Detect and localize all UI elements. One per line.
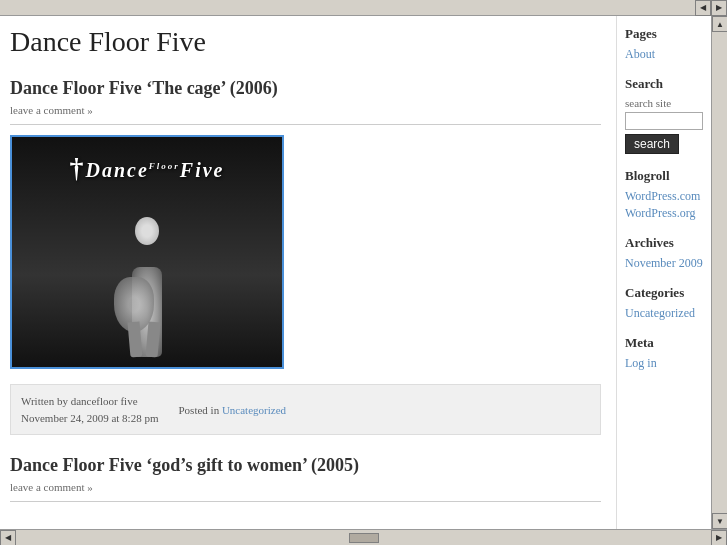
post-1-image: †DanceFloorFive	[12, 137, 282, 367]
sidebar-categories: Categories Uncategorized	[625, 285, 703, 321]
sidebar-login-link[interactable]: Log in	[625, 356, 703, 371]
sidebar-archives-title: Archives	[625, 235, 703, 251]
written-by-label: Written by	[21, 395, 68, 407]
scrollbar-track[interactable]	[712, 32, 727, 513]
hscroll-thumb[interactable]	[349, 533, 379, 543]
sidebar-meta: Meta Log in	[625, 335, 703, 371]
search-button[interactable]: search	[625, 134, 679, 154]
post-1-category-link[interactable]: Uncategorized	[222, 404, 286, 416]
sidebar-pages: Pages About	[625, 26, 703, 62]
band-logo-text: †DanceFloorFive	[70, 152, 225, 184]
post-1: Dance Floor Five ‘The cage’ (2006) leave…	[10, 78, 601, 435]
post-1-leave-comment[interactable]: leave a comment »	[10, 104, 601, 116]
main-content: Dance Floor Five Dance Floor Five ‘The c…	[0, 16, 616, 529]
scroll-down-btn[interactable]: ▼	[712, 513, 727, 529]
hscroll-left-btn[interactable]: ◀	[0, 530, 16, 546]
hscroll-track[interactable]	[16, 533, 711, 543]
sidebar-blogroll: Blogroll WordPress.com WordPress.org	[625, 168, 703, 221]
post-1-comment-link[interactable]: leave a comment »	[10, 104, 93, 116]
sidebar-blogroll-title: Blogroll	[625, 168, 703, 184]
post-1-category: Posted in Uncategorized	[178, 393, 286, 426]
post-2-leave-comment[interactable]: leave a comment »	[10, 481, 601, 493]
sidebar-categories-title: Categories	[625, 285, 703, 301]
scroll-left-btn[interactable]: ◀	[695, 0, 711, 16]
post-2: Dance Floor Five ‘god’s gift to women’ (…	[10, 455, 601, 502]
post-1-image-inner: †DanceFloorFive	[12, 137, 282, 367]
performer-figure	[102, 207, 192, 357]
sidebar-search: Search search site search	[625, 76, 703, 154]
sidebar-search-title: Search	[625, 76, 703, 92]
post-1-author-time: Written by dancefloor five November 24, …	[21, 393, 158, 426]
scroll-right-btn[interactable]: ▶	[711, 0, 727, 16]
scroll-up-btn[interactable]: ▲	[712, 16, 727, 32]
sidebar-wordpress-org-link[interactable]: WordPress.org	[625, 206, 703, 221]
search-input[interactable]	[625, 112, 703, 130]
vertical-scrollbar: ▲ ▼	[711, 16, 727, 529]
posted-in-label: Posted in	[178, 404, 219, 416]
post-1-author: dancefloor five	[71, 395, 138, 407]
hscroll-right-btn[interactable]: ▶	[711, 530, 727, 546]
top-scrollbar: ◀ ▶	[0, 0, 727, 16]
sidebar-about-link[interactable]: About	[625, 47, 703, 62]
site-title: Dance Floor Five	[10, 26, 601, 63]
post-1-divider	[10, 124, 601, 125]
post-1-meta: Written by dancefloor five November 24, …	[10, 384, 601, 435]
sidebar-archives: Archives November 2009	[625, 235, 703, 271]
sidebar: Pages About Search search site search Bl…	[616, 16, 711, 529]
post-2-title: Dance Floor Five ‘god’s gift to women’ (…	[10, 455, 601, 476]
sidebar-pages-title: Pages	[625, 26, 703, 42]
sidebar-nov-2009-link[interactable]: November 2009	[625, 256, 703, 271]
sidebar-uncategorized-link[interactable]: Uncategorized	[625, 306, 703, 321]
sidebar-search-hint: search site	[625, 97, 703, 109]
sidebar-wordpress-com-link[interactable]: WordPress.com	[625, 189, 703, 204]
post-1-image-wrapper: †DanceFloorFive	[10, 135, 284, 369]
post-1-title: Dance Floor Five ‘The cage’ (2006)	[10, 78, 601, 99]
post-2-divider	[10, 501, 601, 502]
bottom-scrollbar: ◀ ▶	[0, 529, 727, 545]
sidebar-meta-title: Meta	[625, 335, 703, 351]
post-2-comment-link[interactable]: leave a comment »	[10, 481, 93, 493]
post-1-date: November 24, 2009 at 8:28 pm	[21, 412, 158, 424]
